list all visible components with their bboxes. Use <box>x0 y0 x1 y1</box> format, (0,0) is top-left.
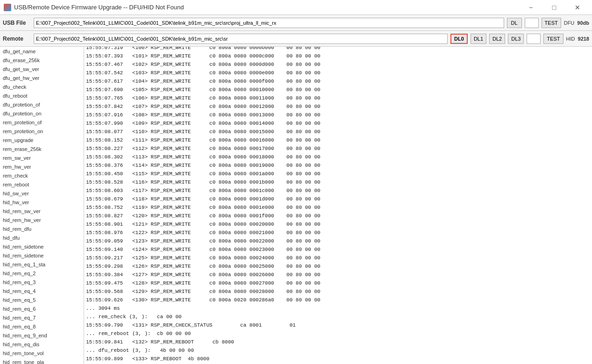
window-controls: − □ ✕ <box>520 2 588 13</box>
dfu-version: 90db <box>577 20 589 26</box>
log-line: 15:55:08.376 <114> RSP_REM_WRITE c0 800a… <box>86 161 590 170</box>
close-button[interactable]: ✕ <box>567 2 588 13</box>
log-line: 15:55:08.679 <118> RSP_REM_WRITE c0 800a… <box>86 195 590 203</box>
log-line: 15:55:07.393 <101> RSP_REM_WRITE c0 800a… <box>86 52 590 60</box>
function-item[interactable]: hid_rem_eq_8 <box>0 322 84 331</box>
log-line: 15:55:08.302 <113> RSP_REM_WRITE c0 800a… <box>86 153 590 161</box>
function-item[interactable]: rem_sw_ver <box>0 153 84 162</box>
function-item[interactable]: rem_erase_256k <box>0 144 84 153</box>
dl-button[interactable]: DL <box>507 18 522 28</box>
function-item[interactable]: rem_reboot <box>0 180 84 189</box>
function-item[interactable]: rem_protetion_of <box>0 118 84 127</box>
dl1-button[interactable]: DL1 <box>471 34 486 44</box>
hid-label: HID <box>566 36 575 42</box>
log-line: 15:55:07.765 <106> RSP_REM_WRITE c0 800a… <box>86 94 590 102</box>
function-item[interactable]: rem_upgrade <box>0 136 84 144</box>
title-bar-left: USB/Remote Device Firmware Upgrade -- DF… <box>4 4 184 11</box>
usb-label: USB File <box>3 20 31 26</box>
remote-toolbar: Remote DL0 DL1 DL2 DL3 1 TEST HID 9218 <box>0 31 592 47</box>
function-item[interactable]: hid_rem_eq_3 <box>0 278 84 286</box>
maximize-button[interactable]: □ <box>543 2 565 13</box>
log-line: 15:55:09.626 <130> RSP_REM_WRITE c0 800a… <box>86 296 590 304</box>
log-line: ... 3094 ms <box>86 304 590 313</box>
main-content: dfu_get_namedfu_erase_256kdfu_get_sw_ver… <box>0 47 592 364</box>
function-item[interactable]: rem_protetion_on <box>0 127 84 136</box>
function-item[interactable]: hid_rem_tone_vol <box>0 349 84 357</box>
minimize-button[interactable]: − <box>520 2 542 13</box>
log-line: 15:55:09.384 <127> RSP_REM_WRITE c0 800a… <box>86 271 590 279</box>
function-item[interactable]: hid_rem_tone_pla <box>0 357 84 364</box>
log-line: 15:55:09.841 <132> RSP_REM_REBOOT cb 800… <box>86 338 590 346</box>
log-line: 15:55:07.690 <105> RSP_REM_WRITE c0 800a… <box>86 86 590 94</box>
function-item[interactable]: hid_hw_ver <box>0 198 84 207</box>
function-item[interactable]: hid_rem_eq_9_end <box>0 331 84 340</box>
log-line: 15:55:07.542 <103> RSP_REM_WRITE c0 800a… <box>86 69 590 77</box>
app-icon <box>4 4 11 11</box>
log-line: 15:55:08.152 <111> RSP_REM_WRITE c0 800a… <box>86 136 590 144</box>
function-item[interactable]: dfu_protetion_of <box>0 100 84 109</box>
log-line: 15:55:07.617 <104> RSP_REM_WRITE c0 800a… <box>86 77 590 86</box>
log-line: 15:55:07.319 <100> RSP_REM_WRITE c0 800a… <box>86 47 590 52</box>
function-item[interactable]: hid_rem_eq_7 <box>0 313 84 322</box>
log-area[interactable]: 15:55:07.319 <100> RSP_REM_WRITE c0 800a… <box>84 47 592 364</box>
function-item[interactable]: dfu_protetion_on <box>0 109 84 118</box>
function-item[interactable]: dfu_get_sw_ver <box>0 64 84 73</box>
function-item[interactable]: hid_dfu <box>0 233 84 242</box>
function-item[interactable]: hid_rem_eq_1_sta <box>0 260 84 269</box>
function-item[interactable]: dfu_get_name <box>0 47 84 56</box>
log-line: 15:55:08.752 <119> RSP_REM_WRITE c0 800a… <box>86 203 590 212</box>
remote-label: Remote <box>3 36 31 42</box>
function-item[interactable]: dfu_check <box>0 82 84 91</box>
function-item[interactable]: hid_rem_hw_ver <box>0 215 84 224</box>
function-item[interactable]: hid_rem_eq_2 <box>0 269 84 278</box>
log-line: 15:55:09.568 <129> RSP_REM_WRITE c0 800a… <box>86 287 590 296</box>
dl0-button[interactable]: DL0 <box>450 34 468 44</box>
function-item[interactable]: dfu_reboot <box>0 91 84 100</box>
test-button[interactable]: TEST <box>542 18 561 28</box>
remote-test-button[interactable]: TEST <box>543 34 563 44</box>
function-item[interactable]: hid_rem_eq_dis <box>0 340 84 349</box>
function-item[interactable]: hid_rem_sw_ver <box>0 207 84 215</box>
function-item[interactable]: hid_sw_ver <box>0 189 84 198</box>
log-line: 15:55:09.140 <124> RSP_REM_WRITE c0 800a… <box>86 245 590 254</box>
log-line: 15:55:08.450 <115> RSP_REM_WRITE c0 800a… <box>86 170 590 178</box>
function-item[interactable]: hid_rem_sidetone <box>0 242 84 251</box>
hid-version: 9218 <box>578 36 589 42</box>
log-line: 15:55:07.990 <109> RSP_REM_WRITE c0 800a… <box>86 119 590 128</box>
function-item[interactable]: rem_hw_ver <box>0 162 84 171</box>
function-item[interactable]: hid_rem_eq_6 <box>0 304 84 313</box>
function-list[interactable]: dfu_get_namedfu_erase_256kdfu_get_sw_ver… <box>0 47 84 364</box>
log-line: 15:55:08.976 <122> RSP_REM_WRITE c0 800a… <box>86 228 590 237</box>
log-line: 15:55:09.899 <133> RSP_REBOOT 4b 8000 <box>86 355 590 363</box>
log-line: 15:55:08.901 <121> RSP_REM_WRITE c0 800a… <box>86 220 590 228</box>
dl2-button[interactable]: DL2 <box>489 34 505 44</box>
dfu-label: DFU <box>564 20 575 26</box>
log-line: 15:55:08.077 <110> RSP_REM_WRITE c0 800a… <box>86 128 590 136</box>
log-line: 15:55:08.603 <117> RSP_REM_WRITE c0 800a… <box>86 186 590 195</box>
dl-value-input[interactable]: 1 <box>525 18 539 28</box>
log-line: 15:55:09.475 <128> RSP_REM_WRITE c0 800a… <box>86 279 590 287</box>
log-line: ... rem_check (3, ): ca 00 00 <box>86 313 590 321</box>
function-item[interactable]: dfu_get_hw_ver <box>0 73 84 82</box>
function-item[interactable]: hid_rem_eq_5 <box>0 295 84 304</box>
dl3-button[interactable]: DL3 <box>508 34 524 44</box>
remote-path-input[interactable] <box>34 34 448 44</box>
log-line: 15:55:07.467 <102> RSP_REM_WRITE c0 800a… <box>86 60 590 69</box>
function-item[interactable]: dfu_erase_256k <box>0 56 84 64</box>
function-item[interactable]: rem_check <box>0 171 84 180</box>
usb-toolbar: USB File DL 1 TEST DFU 90db <box>0 15 592 31</box>
window-title: USB/Remote Device Firmware Upgrade -- DF… <box>14 4 184 11</box>
log-line: 15:55:08.227 <112> RSP_REM_WRITE c0 800a… <box>86 144 590 153</box>
function-item[interactable]: hid_rem_dfu <box>0 224 84 233</box>
log-line: 15:55:09.217 <125> RSP_REM_WRITE c0 800a… <box>86 254 590 262</box>
log-line: 15:55:09.790 <131> RSP_REM_CHECK_STATUS … <box>86 321 590 329</box>
log-line: 15:55:09.059 <123> RSP_REM_WRITE c0 800a… <box>86 237 590 245</box>
remote-dl-value-input[interactable]: 1 <box>527 34 541 44</box>
log-line: ... dfu_reboot (3, ): 4b 00 00 00 <box>86 346 590 355</box>
usb-path-input[interactable] <box>34 18 504 28</box>
log-line: 15:55:08.827 <120> RSP_REM_WRITE c0 800a… <box>86 212 590 220</box>
log-line: ... rem_reboot (3, ): cb 00 00 00 <box>86 329 590 338</box>
log-line: 15:55:08.528 <116> RSP_REM_WRITE c0 800a… <box>86 178 590 186</box>
function-item[interactable]: hid_rem_eq_4 <box>0 286 84 295</box>
function-item[interactable]: hid_rem_sidetone <box>0 251 84 260</box>
